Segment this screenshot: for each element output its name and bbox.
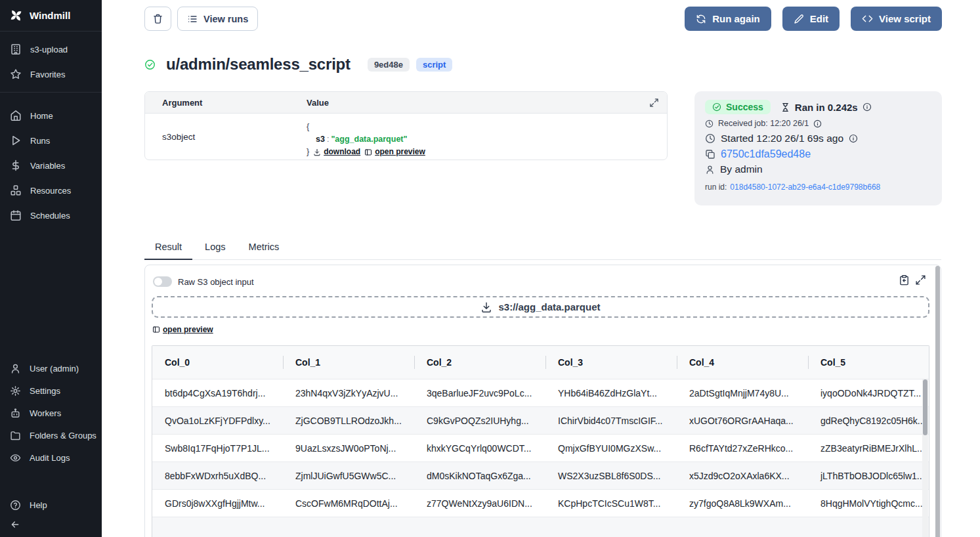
sidebar-item-label: Home xyxy=(30,111,53,121)
s3-file-download-area[interactable]: s3://agg_data.parquet xyxy=(152,296,929,318)
pencil-icon xyxy=(794,14,804,24)
open-preview-link[interactable]: open preview xyxy=(364,146,425,158)
tab-logs[interactable]: Logs xyxy=(194,238,236,259)
sidebar-item-favorites[interactable]: Favorites xyxy=(0,62,102,87)
folder-icon xyxy=(10,430,21,441)
json-colon: : xyxy=(325,135,331,144)
kind-badge: script xyxy=(416,58,452,72)
sidebar-item-variables[interactable]: Variables xyxy=(0,153,102,178)
job-hash-link[interactable]: 6750c1dfa59ed48e xyxy=(721,148,811,160)
sidebar-item-label: Favorites xyxy=(30,70,65,79)
gear-icon xyxy=(10,385,21,397)
column-header: Col_2 xyxy=(414,346,545,379)
sidebar-item-audit-logs[interactable]: Audit Logs xyxy=(0,446,102,469)
delete-button[interactable] xyxy=(144,7,171,31)
table-cell: jLThBTbOBJODlc65lw1... xyxy=(808,462,929,489)
job-stack-icon xyxy=(705,149,715,160)
view-runs-button[interactable]: View runs xyxy=(177,7,258,31)
json-close-brace: } xyxy=(307,146,309,158)
sidebar-item-s3-upload[interactable]: s3-upload xyxy=(0,37,102,62)
args-col-value: Value xyxy=(307,98,329,108)
windmill-logo-icon xyxy=(9,9,23,22)
table-cell: QmjxGfBYUI0MGzXSw... xyxy=(545,435,677,462)
table-scrollbar[interactable] xyxy=(922,379,928,537)
info-icon[interactable] xyxy=(863,102,872,112)
edit-label: Edit xyxy=(810,13,828,24)
sidebar-item-user[interactable]: User (admin) xyxy=(0,357,102,379)
collapse-sidebar-button[interactable] xyxy=(0,516,102,533)
code-icon xyxy=(862,13,873,24)
main-content: View runs Run again Edit View script xyxy=(102,0,980,537)
raw-s3-toggle-label: Raw S3 object input xyxy=(178,277,254,287)
info-icon[interactable] xyxy=(813,119,822,128)
check-circle-icon xyxy=(144,59,156,70)
table-cell: 3qeBarlueJF2uvc9PoLc... xyxy=(414,379,545,406)
sidebar-item-home[interactable]: Home xyxy=(0,103,102,128)
table-row xyxy=(152,517,929,537)
table-cell: 2aDtSgtIqMnjjM74y8U... xyxy=(677,379,808,406)
table-cell: zy7fgoQ8A8Lk9WXAm... xyxy=(677,490,808,517)
result-panel-scrollbar[interactable] xyxy=(935,266,940,537)
arguments-card: Argument Value s3object { s3:"agg_data.p… xyxy=(144,91,668,160)
sidebar-item-settings[interactable]: Settings xyxy=(0,379,102,402)
table-row: GDrs0j8wXXgfHgjjMtw... CscOFwM6MRqDOttAj… xyxy=(152,489,929,517)
table-row: bt6dp4CgXsA19T6hdrj... 23hN4qxV3jZkYyAzj… xyxy=(152,379,929,406)
sidebar-item-schedules[interactable]: Schedules xyxy=(0,203,102,228)
by-admin-row: By admin xyxy=(705,163,931,175)
expand-args-icon[interactable] xyxy=(649,98,659,108)
raw-s3-toggle[interactable] xyxy=(153,276,172,287)
play-icon xyxy=(10,135,22,146)
sidebar-item-label: Schedules xyxy=(30,211,70,221)
result-table: Col_0 Col_1 Col_2 Col_3 Col_4 Col_5 bt6d… xyxy=(152,345,929,537)
json-open-brace: { xyxy=(307,122,309,131)
sidebar-item-label: Variables xyxy=(30,161,65,171)
table-cell: KCpHpcTCIcSCu1W8T... xyxy=(545,490,677,517)
arrow-left-icon xyxy=(10,519,20,530)
toolbar: View runs Run again Edit View script xyxy=(144,7,942,31)
tab-metrics[interactable]: Metrics xyxy=(238,238,290,259)
table-cell: GDrs0j8wXXgfHgjjMtw... xyxy=(152,490,283,517)
view-script-label: View script xyxy=(879,13,931,24)
sidebar-item-workers[interactable]: Workers xyxy=(0,402,102,424)
table-cell: z77QWeNtXzy9aU6IDN... xyxy=(414,490,545,517)
json-key: s3 xyxy=(316,135,325,144)
info-icon[interactable] xyxy=(849,134,858,143)
started-row: Started 12:20 26/1 69s ago xyxy=(705,133,931,144)
column-header: Col_0 xyxy=(152,346,283,379)
title-row: u/admin/seamless_script 9ed48e script xyxy=(144,55,452,74)
table-cell: khxkYGCqYrlq00WCDT... xyxy=(414,435,545,462)
home-icon xyxy=(10,110,22,121)
table-row: Swb8Iq17FqHjoT7P1JL... 9UazLsxzsJW0oPToN… xyxy=(152,434,929,462)
download-link[interactable]: download xyxy=(313,146,360,158)
refresh-icon xyxy=(696,14,706,24)
expand-result-icon[interactable] xyxy=(915,274,926,286)
open-preview-link[interactable]: open preview xyxy=(152,325,213,334)
sidebar-item-help[interactable]: Help xyxy=(0,494,102,516)
run-again-button[interactable]: Run again xyxy=(685,7,771,31)
view-script-button[interactable]: View script xyxy=(851,7,942,31)
view-runs-label: View runs xyxy=(203,14,248,24)
table-cell: 8ebbFxWDxrh5uXdBQ... xyxy=(152,462,283,489)
user-icon xyxy=(10,363,21,374)
table-cell: CscOFwM6MRqDOttAj... xyxy=(283,490,414,517)
table-cell: zZB3eatyrRiBMEJrXlhL... xyxy=(808,435,929,462)
brand[interactable]: Windmill xyxy=(0,0,102,32)
worker-icon xyxy=(10,408,21,419)
tab-result[interactable]: Result xyxy=(144,238,192,260)
sidebar-item-runs[interactable]: Runs xyxy=(0,128,102,153)
table-cell: xUGOt76ORGrAAHaqa... xyxy=(677,407,808,434)
table-cell: C9kGvPOQZs2IUHyhg... xyxy=(414,407,545,434)
sidebar-item-folders-groups[interactable]: Folders & Groups xyxy=(0,424,102,446)
help-icon xyxy=(10,500,21,511)
table-cell: ZjmlJUiGwfU5GWw5C... xyxy=(283,462,414,489)
sidebar-item-resources[interactable]: Resources xyxy=(0,178,102,203)
table-cell: Swb8Iq17FqHjoT7P1JL... xyxy=(152,435,283,462)
run-id-row: run id: 018d4580-1072-ab29-e6a4-c1de9798… xyxy=(705,183,931,192)
sidebar-item-label: Help xyxy=(30,500,47,510)
building-icon xyxy=(10,43,22,55)
edit-button[interactable]: Edit xyxy=(782,7,840,31)
run-id-link[interactable]: 018d4580-1072-ab29-e6a4-c1de9798b668 xyxy=(730,183,880,192)
star-icon xyxy=(10,68,22,80)
copy-result-icon[interactable] xyxy=(899,274,910,286)
table-row: QvOa1oLzKFjYDFPdlxy... ZjGCOB9TLLROdzoJk… xyxy=(152,406,929,434)
